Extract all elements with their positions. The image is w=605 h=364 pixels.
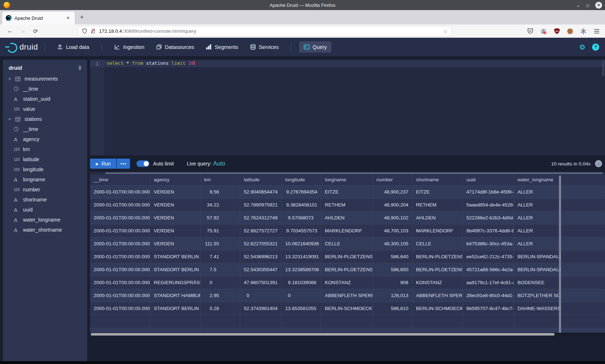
cell-longitude[interactable]: 13.3231419091 (282, 250, 321, 263)
cell-agency[interactable]: STANDORT HAMBURG (150, 289, 201, 302)
cell-uuid[interactable]: aa9179c1-17ef-4c61-a48 (463, 276, 514, 289)
cell-__time[interactable]: 2000-01-01T00:00:00.000Z (90, 186, 150, 199)
bookmark-star-icon[interactable]: ☆ (443, 28, 448, 34)
cell-__time[interactable]: 2000-01-01T00:00:00.000Z (90, 263, 150, 276)
cell-__time[interactable]: 2000-01-01T00:00:00.000Z (90, 250, 150, 263)
cell-longname[interactable]: RETHEM (321, 199, 373, 211)
cell-longitude[interactable]: 9.57088073 (282, 211, 321, 224)
browser-tab[interactable]: Apache Druid ✕ (2, 12, 75, 24)
cell-latitude[interactable]: 52.7890975921 (240, 199, 282, 211)
column-header-uuid[interactable]: uuid (463, 174, 514, 186)
cell-agency[interactable]: VERDEN (150, 186, 201, 199)
cell-longname[interactable]: BERLIN-PLOETZENSEE U (321, 263, 373, 276)
cell-agency[interactable]: REGIERUNGSPRÄSIDIUM (150, 276, 201, 289)
cell-number[interactable]: 586,810 (373, 302, 412, 315)
cell-number[interactable]: 906 (373, 276, 412, 289)
cell-__time[interactable]: 2000-01-01T00:00:00.000Z (90, 237, 150, 250)
tracking-shield-icon[interactable] (82, 28, 87, 34)
cell-uuid[interactable]: 28ec91e8-90c0-44d1-8f0 (463, 289, 514, 302)
cell-number[interactable]: 586,640 (373, 250, 412, 263)
scrollbar-thumb[interactable] (105, 172, 603, 174)
sidebar-item---time[interactable]: __time (3, 124, 87, 134)
nav-item-segments[interactable]: Segments (201, 41, 242, 53)
menu-hamburger-icon[interactable] (593, 28, 600, 35)
nav-item-ingestion[interactable]: Ingestion (110, 41, 149, 53)
cell-km[interactable]: 9.56 (201, 186, 240, 199)
cell-water_longname[interactable]: ALLER (514, 211, 561, 224)
cell-agency[interactable]: STANDORT BERLIN (150, 302, 201, 315)
cell-uuid[interactable]: ee52ce62-212c-4735-b4 (463, 250, 514, 263)
cell-shortname[interactable]: BERLIN-PLOETZENSEE O (412, 250, 463, 263)
cell-number[interactable]: 48,300,105 (373, 237, 412, 250)
url-bar[interactable]: 172.18.0.4:30899/unified-console.html#qu… (79, 26, 451, 36)
sidebar-item-longname[interactable]: Alongname (3, 174, 87, 185)
cell-shortname[interactable]: BERLIN-SCHMOECKWIT (412, 302, 463, 315)
cell-__time[interactable]: 2000-01-01T00:00:00.000Z (90, 302, 150, 315)
column-header-longitude[interactable]: longitude (282, 174, 321, 186)
cell-water_longname[interactable]: BERLIN-SPANDAUER-S (514, 263, 561, 276)
run-more-button[interactable]: ••• (117, 159, 130, 169)
sidebar-item---time[interactable]: __time (3, 84, 87, 94)
cell-__time[interactable]: 2000-01-01T00:00:00.000Z (90, 224, 150, 237)
column-header-shortname[interactable]: shortname (412, 174, 463, 186)
cell-shortname[interactable]: BERLIN-PLOETZENSEE U (412, 263, 463, 276)
cell-km[interactable]: 34.22 (201, 199, 240, 211)
cell-latitude[interactable]: 0 (240, 289, 282, 302)
sql-editor[interactable]: 1 select * from stations limit 10 (90, 59, 605, 155)
sidebar-item-latitude[interactable]: 123latitude (3, 154, 87, 164)
cell-longname[interactable]: KONSTANZ (321, 276, 373, 289)
cell-__time[interactable]: 2000-01-01T00:00:00.000Z (90, 211, 150, 224)
column-header-longname[interactable]: longname (321, 174, 373, 186)
sql-query-text[interactable]: select * from stations limit 10 (107, 60, 195, 67)
cell-km[interactable]: 0.28 (201, 302, 240, 315)
extension-asterisk-icon[interactable] (580, 28, 587, 35)
cell-latitude[interactable]: 47.6607501391 (240, 276, 282, 289)
cell-longname[interactable]: MARKLENDORF (321, 224, 373, 237)
chevron-down-icon[interactable]: ▼ (7, 77, 12, 81)
cell-water_longname[interactable]: DAHME-WASSERSTRAS (514, 302, 561, 315)
column-header-km[interactable]: km (201, 174, 240, 186)
cell-longitude[interactable]: 13.3238589706 (282, 263, 321, 276)
window-maximize-button[interactable]: ◇ (586, 3, 590, 8)
cell-km[interactable]: 7.41 (201, 250, 240, 263)
cell-latitude[interactable]: 52.3743981404 (240, 302, 282, 315)
cell-uuid[interactable]: 522286e2-b2b3-4d0d-9a (463, 211, 514, 224)
cell-longname[interactable]: AHLDEN (321, 211, 373, 224)
cell-shortname[interactable]: ABBENFLETH SPERRWER (412, 289, 463, 302)
cell-km[interactable]: 57.92 (201, 211, 240, 224)
nav-item-query[interactable]: Query (299, 41, 331, 53)
help-icon[interactable]: ? (592, 44, 599, 51)
cell-water_longname[interactable]: ALLER (514, 199, 561, 211)
url-text[interactable]: 172.18.0.4:30899/unified-console.html#qu… (99, 28, 443, 34)
cell-water_longname[interactable]: ALLER (514, 186, 561, 199)
window-minimize-button[interactable]: ⌄ (576, 3, 580, 8)
cell-shortname[interactable]: MARKLENDORF (412, 224, 463, 237)
cell-longitude[interactable]: 9.7034557573 (282, 224, 321, 237)
run-button[interactable]: ▶ Run (90, 159, 116, 169)
forward-button[interactable]: → (20, 28, 26, 34)
cell-water_longname[interactable]: ALLER (514, 224, 561, 237)
cell-number[interactable]: 126,013 (373, 289, 412, 302)
cell-longitude[interactable]: 0 (282, 289, 321, 302)
new-tab-button[interactable]: + (80, 14, 84, 20)
cell-latitude[interactable]: 52.5430355447 (240, 263, 282, 276)
cell-number[interactable]: 48,900,204 (373, 199, 412, 211)
editor-scrollbar[interactable] (602, 60, 604, 76)
cell-latitude[interactable]: 52.6227055321 (240, 237, 282, 250)
pocket-icon[interactable] (527, 28, 533, 35)
sidebar-item-stations[interactable]: ▼stations (3, 114, 87, 124)
tab-close-icon[interactable]: ✕ (65, 15, 71, 21)
sidebar-item-uuid[interactable]: Auuid (3, 205, 87, 215)
cell-uuid[interactable]: 45721a68-566c-4e2a-a6 (463, 263, 514, 276)
cell-agency[interactable]: VERDEN (150, 211, 201, 224)
sidebar-item-water-longname[interactable]: Awater_longname (3, 215, 87, 225)
table-top-scrollbar[interactable] (90, 172, 605, 174)
sidebar-item-longitude[interactable]: 123longitude (3, 164, 87, 174)
cell-km[interactable]: 75.91 (201, 224, 240, 237)
sort-icon[interactable]: ▲▼ (78, 65, 82, 70)
sidebar-item-water-shortname[interactable]: Awater_shortname (3, 225, 87, 235)
cell-longitude[interactable]: 9.181039088 (282, 276, 321, 289)
column-header-latitude[interactable]: latitude (240, 174, 282, 186)
sidebar-item-measurements[interactable]: ▼measurements (3, 74, 87, 84)
cell-__time[interactable]: 2000-01-01T00:00:00.000Z (90, 289, 150, 302)
